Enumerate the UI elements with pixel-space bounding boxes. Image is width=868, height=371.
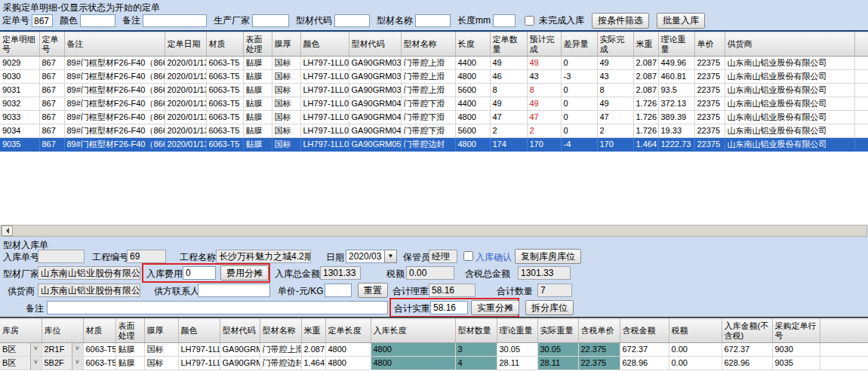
column-header[interactable]: 预计完成: [527, 32, 561, 57]
cell[interactable]: 0.00: [669, 343, 722, 357]
cell[interactable]: GA90GRM03: [349, 70, 401, 84]
horizontal-scrollbar[interactable]: [1, 225, 867, 237]
cell[interactable]: 门带腔上滑: [401, 70, 455, 84]
filter-profile-code-input[interactable]: [334, 14, 370, 27]
cell[interactable]: 山东南山铝业股份有限公司: [725, 84, 854, 97]
cell[interactable]: 9030: [772, 343, 820, 357]
scroll-left-button[interactable]: [2, 225, 13, 236]
cell[interactable]: 贴膜: [115, 343, 144, 357]
cell[interactable]: 89#门框型材F26-F40（866+867）: [64, 138, 165, 152]
cell[interactable]: 2R1F˅: [42, 343, 83, 357]
column-header[interactable]: 实际重量: [537, 319, 578, 343]
column-header[interactable]: 差异量: [561, 32, 597, 57]
column-header[interactable]: 单价: [694, 32, 725, 57]
column-header[interactable]: 型材代码: [220, 319, 260, 343]
column-header[interactable]: 膜厚: [272, 32, 300, 57]
column-header[interactable]: 入库长度: [371, 319, 455, 343]
cell[interactable]: 0: [561, 97, 597, 111]
column-header[interactable]: 定单长度: [325, 319, 371, 343]
cell[interactable]: 2.087: [633, 70, 658, 84]
cell[interactable]: 867: [39, 111, 64, 124]
cell[interactable]: LH797-1LL0: [300, 97, 349, 111]
cell[interactable]: 22375: [694, 111, 725, 124]
cell[interactable]: 贴膜: [243, 124, 272, 138]
cell[interactable]: 89#门框型材F26-F40（866+867）: [64, 111, 165, 124]
column-header[interactable]: 长度: [455, 32, 490, 57]
cell[interactable]: 2020/01/13: [165, 84, 206, 97]
cell[interactable]: 49: [597, 97, 633, 111]
dropdown-arrow-icon[interactable]: ˅: [72, 343, 83, 356]
cell[interactable]: 460.81: [658, 70, 694, 84]
cell[interactable]: GA90GRM04: [349, 97, 401, 111]
cell[interactable]: 867: [39, 97, 64, 111]
cell[interactable]: 372.13: [658, 97, 694, 111]
cell[interactable]: 3: [455, 343, 497, 357]
cell[interactable]: 867: [39, 138, 64, 152]
cell[interactable]: B区˅: [0, 343, 42, 357]
date-input[interactable]: [346, 250, 385, 263]
column-header[interactable]: 备注: [64, 32, 165, 57]
cell[interactable]: 2: [597, 124, 633, 138]
filter-length-input[interactable]: [493, 14, 516, 27]
column-header[interactable]: 型材数量: [455, 319, 497, 343]
cell[interactable]: 47: [527, 111, 561, 124]
cell[interactable]: 9032: [0, 97, 39, 111]
cell[interactable]: 22.375: [578, 357, 620, 370]
cell[interactable]: 628.96: [620, 357, 669, 370]
column-header[interactable]: 定单号: [39, 32, 64, 57]
cell[interactable]: 8: [527, 84, 561, 97]
cell[interactable]: 1222.73: [658, 138, 694, 152]
cell[interactable]: 4800: [325, 357, 371, 370]
cell[interactable]: 9031: [0, 84, 39, 97]
cell[interactable]: GA90GRM04: [349, 111, 401, 124]
cell[interactable]: 2020/01/13: [165, 70, 206, 84]
column-header[interactable]: 定单明细号: [0, 32, 39, 57]
cell[interactable]: 6063-T5: [83, 343, 115, 357]
cell[interactable]: 0: [561, 111, 597, 124]
dropdown-arrow-icon[interactable]: ˅: [72, 357, 83, 369]
cell[interactable]: 0: [561, 57, 597, 70]
cell[interactable]: 5B2F˅: [42, 357, 83, 370]
cell[interactable]: 6063-T5: [206, 57, 243, 70]
column-header[interactable]: 税额: [669, 319, 722, 343]
cell[interactable]: 170: [527, 138, 561, 152]
cell[interactable]: 1.464: [301, 357, 325, 370]
table-row[interactable]: 903486789#门框型材F26-F40（866+867）2020/01/13…: [0, 124, 868, 138]
cell[interactable]: 6063-T5: [206, 70, 243, 84]
column-header[interactable]: 膜厚: [144, 319, 178, 343]
batch-inbound-button[interactable]: 批量入库: [657, 13, 705, 29]
cell[interactable]: 国标: [272, 111, 300, 124]
cell[interactable]: 6063-T5: [206, 138, 243, 152]
cell[interactable]: 门带腔下滑: [401, 97, 455, 111]
reset-button[interactable]: 重置: [358, 283, 388, 298]
cell[interactable]: 贴膜: [243, 111, 272, 124]
cell[interactable]: 2020/01/13: [165, 57, 206, 70]
column-header[interactable]: 供货商: [725, 32, 854, 57]
cell[interactable]: 门带腔边封: [260, 357, 301, 370]
column-header[interactable]: 表面处理: [243, 32, 272, 57]
cell[interactable]: 国标: [272, 124, 300, 138]
cell[interactable]: 山东南山铝业股份有限公司: [725, 138, 854, 152]
cell[interactable]: 贴膜: [243, 97, 272, 111]
cell[interactable]: 贴膜: [243, 138, 272, 152]
cell[interactable]: 672.37: [722, 343, 772, 357]
cell[interactable]: GA90GRM03: [220, 343, 260, 357]
cell[interactable]: 门带腔下滑: [401, 111, 455, 124]
column-header[interactable]: 型材代码: [349, 32, 401, 57]
cell[interactable]: 4800: [455, 138, 490, 152]
cell[interactable]: 4800: [455, 111, 490, 124]
cell[interactable]: 170: [597, 138, 633, 152]
column-header[interactable]: 表面处理: [115, 319, 144, 343]
cell[interactable]: 贴膜: [243, 84, 272, 97]
filter-remark-input[interactable]: [143, 14, 207, 27]
cell[interactable]: 628.96: [722, 357, 772, 370]
cell[interactable]: 6063-T5: [206, 84, 243, 97]
cell[interactable]: 6063-T5: [206, 111, 243, 124]
filter-order-no-input[interactable]: [32, 14, 53, 27]
cell[interactable]: 2: [490, 124, 527, 138]
cell[interactable]: 贴膜: [243, 70, 272, 84]
table-row[interactable]: B区˅5B2F˅6063-T5贴膜国标LH797-1LL0GA90GRM05门带…: [0, 357, 868, 370]
cell[interactable]: 867: [39, 84, 64, 97]
column-header[interactable]: 理论重量: [497, 319, 537, 343]
cell[interactable]: 4400: [455, 97, 490, 111]
